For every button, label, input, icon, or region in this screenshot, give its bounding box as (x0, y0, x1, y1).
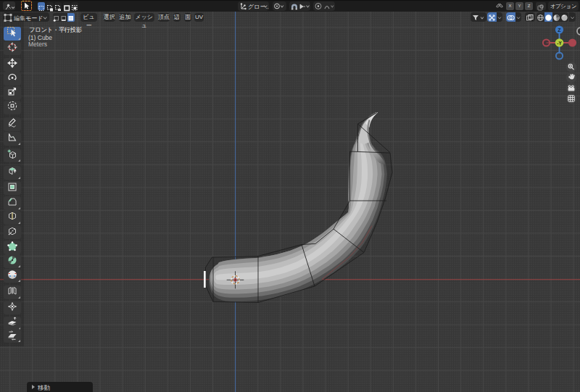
svg-text:移動: 移動 (37, 384, 51, 391)
svg-text:Z: Z (558, 28, 561, 33)
svg-text:-Y: -Y (557, 41, 562, 46)
